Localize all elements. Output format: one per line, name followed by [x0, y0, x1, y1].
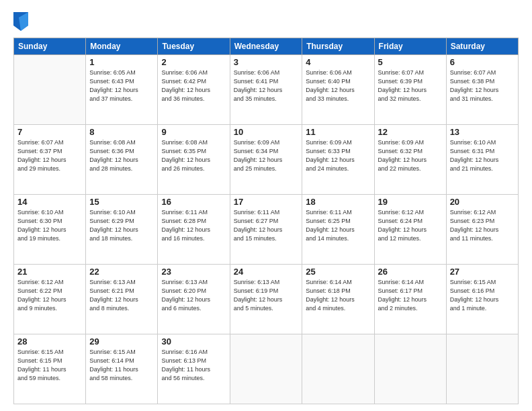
calendar-cell	[446, 334, 518, 404]
day-header-saturday: Saturday	[446, 38, 518, 55]
calendar-cell	[230, 334, 302, 404]
day-number: 19	[378, 197, 443, 207]
day-info: Sunrise: 6:09 AM Sunset: 6:33 PM Dayligh…	[306, 138, 370, 173]
day-header-monday: Monday	[86, 38, 158, 55]
calendar-week-row: 7Sunrise: 6:07 AM Sunset: 6:37 PM Daylig…	[14, 125, 519, 195]
calendar-cell: 19Sunrise: 6:12 AM Sunset: 6:24 PM Dayli…	[374, 195, 446, 265]
calendar-cell	[302, 334, 374, 404]
day-info: Sunrise: 6:16 AM Sunset: 6:13 PM Dayligh…	[161, 348, 226, 383]
calendar-cell: 8Sunrise: 6:08 AM Sunset: 6:36 PM Daylig…	[86, 125, 158, 195]
calendar-cell	[374, 334, 446, 404]
day-number: 22	[89, 267, 154, 277]
calendar-cell: 17Sunrise: 6:11 AM Sunset: 6:27 PM Dayli…	[230, 195, 302, 265]
calendar-cell: 5Sunrise: 6:07 AM Sunset: 6:39 PM Daylig…	[374, 55, 446, 125]
day-number: 1	[89, 57, 154, 67]
calendar-cell: 29Sunrise: 6:15 AM Sunset: 6:14 PM Dayli…	[86, 334, 158, 404]
calendar-week-row: 28Sunrise: 6:15 AM Sunset: 6:15 PM Dayli…	[14, 334, 519, 404]
day-info: Sunrise: 6:08 AM Sunset: 6:35 PM Dayligh…	[161, 138, 226, 173]
day-info: Sunrise: 6:11 AM Sunset: 6:28 PM Dayligh…	[161, 208, 226, 243]
calendar-week-row: 21Sunrise: 6:12 AM Sunset: 6:22 PM Dayli…	[14, 265, 519, 334]
day-info: Sunrise: 6:11 AM Sunset: 6:25 PM Dayligh…	[306, 208, 370, 243]
calendar-cell: 22Sunrise: 6:13 AM Sunset: 6:21 PM Dayli…	[86, 265, 158, 334]
day-number: 30	[161, 336, 226, 347]
day-number: 21	[17, 267, 82, 277]
day-info: Sunrise: 6:09 AM Sunset: 6:32 PM Dayligh…	[378, 138, 443, 173]
day-number: 3	[234, 57, 299, 67]
day-header-thursday: Thursday	[302, 38, 374, 55]
day-info: Sunrise: 6:07 AM Sunset: 6:37 PM Dayligh…	[17, 138, 82, 173]
calendar-cell: 28Sunrise: 6:15 AM Sunset: 6:15 PM Dayli…	[14, 334, 86, 404]
calendar-cell: 24Sunrise: 6:13 AM Sunset: 6:19 PM Dayli…	[230, 265, 302, 334]
calendar-cell: 21Sunrise: 6:12 AM Sunset: 6:22 PM Dayli…	[14, 265, 86, 334]
day-info: Sunrise: 6:05 AM Sunset: 6:43 PM Dayligh…	[89, 68, 154, 103]
calendar-header-row: SundayMondayTuesdayWednesdayThursdayFrid…	[14, 38, 519, 55]
day-number: 5	[378, 57, 443, 67]
day-info: Sunrise: 6:15 AM Sunset: 6:16 PM Dayligh…	[450, 278, 515, 313]
day-info: Sunrise: 6:06 AM Sunset: 6:42 PM Dayligh…	[161, 68, 226, 103]
calendar-cell: 7Sunrise: 6:07 AM Sunset: 6:37 PM Daylig…	[14, 125, 86, 195]
calendar-cell: 30Sunrise: 6:16 AM Sunset: 6:13 PM Dayli…	[158, 334, 230, 404]
calendar-cell: 18Sunrise: 6:11 AM Sunset: 6:25 PM Dayli…	[302, 195, 374, 265]
logo-icon	[13, 12, 28, 31]
day-info: Sunrise: 6:08 AM Sunset: 6:36 PM Dayligh…	[89, 138, 154, 173]
calendar-cell: 27Sunrise: 6:15 AM Sunset: 6:16 PM Dayli…	[446, 265, 518, 334]
day-info: Sunrise: 6:06 AM Sunset: 6:41 PM Dayligh…	[234, 68, 299, 103]
day-number: 25	[306, 267, 370, 277]
day-number: 8	[89, 127, 154, 137]
day-info: Sunrise: 6:13 AM Sunset: 6:20 PM Dayligh…	[161, 278, 226, 313]
day-number: 20	[450, 197, 515, 207]
calendar-cell: 9Sunrise: 6:08 AM Sunset: 6:35 PM Daylig…	[158, 125, 230, 195]
day-number: 29	[89, 336, 154, 347]
day-info: Sunrise: 6:12 AM Sunset: 6:22 PM Dayligh…	[17, 278, 82, 313]
day-info: Sunrise: 6:15 AM Sunset: 6:14 PM Dayligh…	[89, 348, 154, 383]
day-info: Sunrise: 6:13 AM Sunset: 6:21 PM Dayligh…	[89, 278, 154, 313]
calendar-cell: 13Sunrise: 6:10 AM Sunset: 6:31 PM Dayli…	[446, 125, 518, 195]
day-number: 10	[234, 127, 299, 137]
day-header-friday: Friday	[374, 38, 446, 55]
day-info: Sunrise: 6:10 AM Sunset: 6:29 PM Dayligh…	[89, 208, 154, 243]
calendar-cell: 4Sunrise: 6:06 AM Sunset: 6:40 PM Daylig…	[302, 55, 374, 125]
calendar-table: SundayMondayTuesdayWednesdayThursdayFrid…	[13, 38, 519, 404]
day-number: 24	[234, 267, 299, 277]
day-number: 2	[161, 57, 226, 67]
day-number: 17	[234, 197, 299, 207]
calendar-week-row: 14Sunrise: 6:10 AM Sunset: 6:30 PM Dayli…	[14, 195, 519, 265]
day-info: Sunrise: 6:15 AM Sunset: 6:15 PM Dayligh…	[17, 348, 82, 383]
day-header-tuesday: Tuesday	[158, 38, 230, 55]
day-info: Sunrise: 6:14 AM Sunset: 6:17 PM Dayligh…	[378, 278, 443, 313]
day-number: 9	[161, 127, 226, 137]
calendar-cell: 25Sunrise: 6:14 AM Sunset: 6:18 PM Dayli…	[302, 265, 374, 334]
day-number: 13	[450, 127, 515, 137]
logo	[13, 12, 31, 31]
day-info: Sunrise: 6:12 AM Sunset: 6:24 PM Dayligh…	[378, 208, 443, 243]
day-header-wednesday: Wednesday	[230, 38, 302, 55]
calendar-cell: 6Sunrise: 6:07 AM Sunset: 6:38 PM Daylig…	[446, 55, 518, 125]
day-number: 14	[17, 197, 82, 207]
calendar-cell: 1Sunrise: 6:05 AM Sunset: 6:43 PM Daylig…	[86, 55, 158, 125]
day-number: 23	[161, 267, 226, 277]
day-info: Sunrise: 6:10 AM Sunset: 6:30 PM Dayligh…	[17, 208, 82, 243]
day-info: Sunrise: 6:13 AM Sunset: 6:19 PM Dayligh…	[234, 278, 299, 313]
calendar-cell: 23Sunrise: 6:13 AM Sunset: 6:20 PM Dayli…	[158, 265, 230, 334]
page: SundayMondayTuesdayWednesdayThursdayFrid…	[0, 0, 532, 411]
calendar-cell: 10Sunrise: 6:09 AM Sunset: 6:34 PM Dayli…	[230, 125, 302, 195]
calendar-cell: 12Sunrise: 6:09 AM Sunset: 6:32 PM Dayli…	[374, 125, 446, 195]
day-number: 28	[17, 336, 82, 347]
calendar-week-row: 1Sunrise: 6:05 AM Sunset: 6:43 PM Daylig…	[14, 55, 519, 125]
day-number: 11	[306, 127, 370, 137]
day-info: Sunrise: 6:10 AM Sunset: 6:31 PM Dayligh…	[450, 138, 515, 173]
calendar-cell: 11Sunrise: 6:09 AM Sunset: 6:33 PM Dayli…	[302, 125, 374, 195]
header	[13, 12, 519, 31]
day-number: 15	[89, 197, 154, 207]
day-info: Sunrise: 6:14 AM Sunset: 6:18 PM Dayligh…	[306, 278, 370, 313]
calendar-cell	[14, 55, 86, 125]
calendar-cell: 26Sunrise: 6:14 AM Sunset: 6:17 PM Dayli…	[374, 265, 446, 334]
day-number: 16	[161, 197, 226, 207]
calendar-cell: 2Sunrise: 6:06 AM Sunset: 6:42 PM Daylig…	[158, 55, 230, 125]
day-number: 18	[306, 197, 370, 207]
day-info: Sunrise: 6:09 AM Sunset: 6:34 PM Dayligh…	[234, 138, 299, 173]
day-info: Sunrise: 6:07 AM Sunset: 6:38 PM Dayligh…	[450, 68, 515, 103]
calendar-cell: 15Sunrise: 6:10 AM Sunset: 6:29 PM Dayli…	[86, 195, 158, 265]
day-number: 6	[450, 57, 515, 67]
day-number: 7	[17, 127, 82, 137]
